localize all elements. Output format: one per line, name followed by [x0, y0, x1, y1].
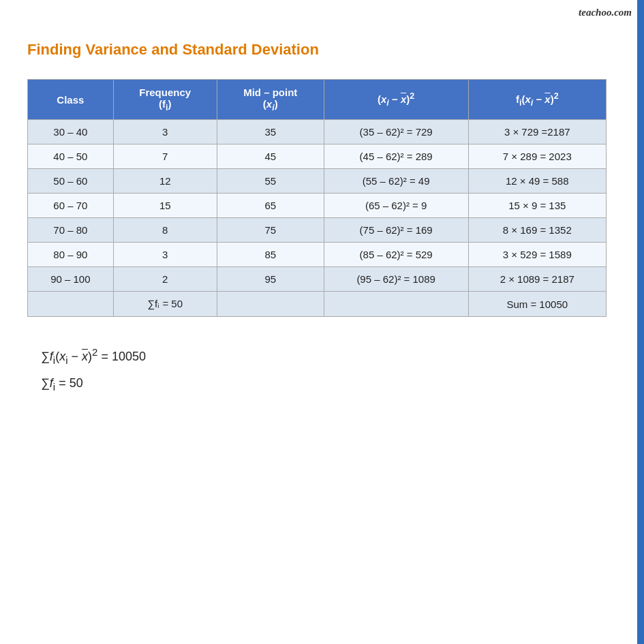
table-row: 90 – 100 2 95 (95 – 62)² = 1089 2 × 1089… — [28, 267, 607, 292]
cell-freq: 15 — [113, 194, 217, 218]
table-row: 60 – 70 15 65 (65 – 62)² = 9 15 × 9 = 13… — [28, 194, 607, 218]
cell-freq: 2 — [113, 267, 217, 292]
col-header-mid: Mid – point(xi) — [217, 80, 324, 120]
watermark: teachoo.com — [579, 7, 632, 18]
col-header-freq: Frequency(fi) — [113, 80, 217, 120]
table-row: 30 – 40 3 35 (35 – 62)² = 729 3 × 729 =2… — [28, 120, 607, 144]
col-header-sq-dev: (xi − x)2 — [324, 80, 468, 120]
cell-fi-sq: 7 × 289 = 2023 — [468, 144, 606, 169]
table-row: 70 – 80 8 75 (75 – 62)² = 169 8 × 169 = … — [28, 218, 607, 243]
cell-class: 60 – 70 — [28, 194, 114, 218]
cell-mid: 45 — [217, 144, 324, 169]
cell-sq-dev: (45 – 62)² = 289 — [324, 144, 468, 169]
sum-mid-cell — [217, 292, 324, 317]
sum-class-cell — [28, 292, 114, 317]
cell-fi-sq: 15 × 9 = 135 — [468, 194, 606, 218]
formula-sum-fi: ∑fi = 50 — [41, 371, 610, 397]
cell-freq: 8 — [113, 218, 217, 243]
cell-fi-sq: 12 × 49 = 588 — [468, 169, 606, 194]
sum-fi-sq-cell: Sum = 10050 — [468, 292, 606, 317]
formulas-section: ∑fi(xi − x)2 = 10050 ∑fi = 50 — [41, 341, 610, 397]
cell-class: 50 – 60 — [28, 169, 114, 194]
cell-sq-dev: (75 – 62)² = 169 — [324, 218, 468, 243]
cell-sq-dev: (65 – 62)² = 9 — [324, 194, 468, 218]
cell-mid: 65 — [217, 194, 324, 218]
right-accent-bar — [637, 0, 644, 644]
cell-fi-sq: 3 × 729 =2187 — [468, 120, 606, 144]
sum-sq-dev-cell — [324, 292, 468, 317]
cell-fi-sq: 8 × 169 = 1352 — [468, 218, 606, 243]
table-row: 40 – 50 7 45 (45 – 62)² = 289 7 × 289 = … — [28, 144, 607, 169]
cell-sq-dev: (85 – 62)² = 529 — [324, 243, 468, 267]
cell-class: 90 – 100 — [28, 267, 114, 292]
cell-sq-dev: (55 – 62)² = 49 — [324, 169, 468, 194]
variance-table: Class Frequency(fi) Mid – point(xi) (xi … — [27, 79, 607, 317]
cell-mid: 85 — [217, 243, 324, 267]
cell-mid: 35 — [217, 120, 324, 144]
cell-sq-dev: (35 – 62)² = 729 — [324, 120, 468, 144]
cell-class: 80 – 90 — [28, 243, 114, 267]
cell-class: 30 – 40 — [28, 120, 114, 144]
sum-row: ∑fᵢ = 50 Sum = 10050 — [28, 292, 607, 317]
cell-freq: 7 — [113, 144, 217, 169]
table-row: 50 – 60 12 55 (55 – 62)² = 49 12 × 49 = … — [28, 169, 607, 194]
cell-class: 40 – 50 — [28, 144, 114, 169]
formula-sum-fi-sq: ∑fi(xi − x)2 = 10050 — [41, 341, 610, 371]
col-header-fi-sq: fi(xi − x)2 — [468, 80, 606, 120]
cell-freq: 3 — [113, 243, 217, 267]
cell-fi-sq: 2 × 1089 = 2187 — [468, 267, 606, 292]
cell-sq-dev: (95 – 62)² = 1089 — [324, 267, 468, 292]
table-row: 80 – 90 3 85 (85 – 62)² = 529 3 × 529 = … — [28, 243, 607, 267]
col-header-class: Class — [28, 80, 114, 120]
cell-freq: 12 — [113, 169, 217, 194]
cell-freq: 3 — [113, 120, 217, 144]
cell-fi-sq: 3 × 529 = 1589 — [468, 243, 606, 267]
cell-class: 70 – 80 — [28, 218, 114, 243]
cell-mid: 55 — [217, 169, 324, 194]
page-title: Finding Variance and Standard Deviation — [27, 41, 610, 59]
cell-mid: 75 — [217, 218, 324, 243]
cell-mid: 95 — [217, 267, 324, 292]
sum-freq-cell: ∑fᵢ = 50 — [113, 292, 217, 317]
